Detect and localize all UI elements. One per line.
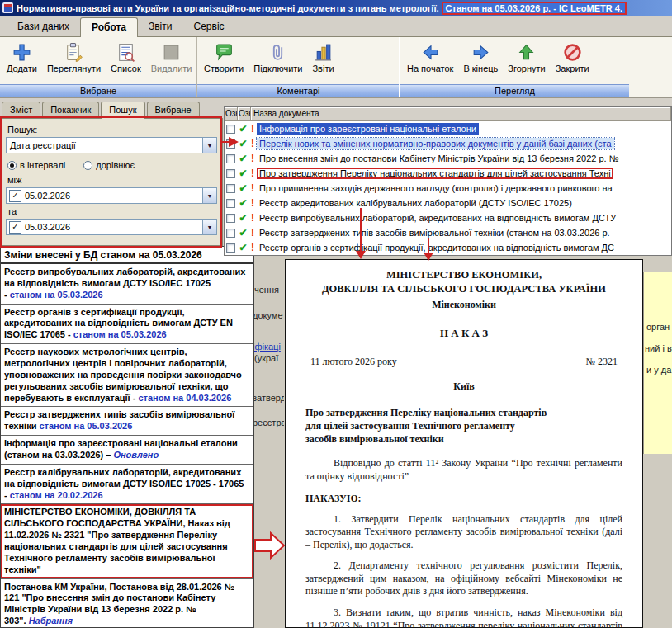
menu-tab-work[interactable]: Робота xyxy=(80,17,138,37)
search-criteria-select[interactable]: Дата реєстрації xyxy=(6,137,217,153)
toolbar-group-view: На початок В кінець Згорнути Закрити Пер… xyxy=(400,37,629,97)
list-item[interactable]: Реєстр органів з сертифікації продукції,… xyxy=(225,240,671,255)
list-item[interactable]: Перелік нових та змінених нормативно-пра… xyxy=(225,136,671,151)
background-link-fragment[interactable]: іфікаці xyxy=(253,342,284,352)
reports-button-label: Звіти xyxy=(312,64,334,73)
column-header-mark1[interactable]: Озн xyxy=(225,107,238,121)
background-text-fragment: и у да xyxy=(646,365,672,375)
ministry-short-name: Мінекономіки xyxy=(305,299,622,311)
radio-equals[interactable]: дорівнює xyxy=(83,160,135,170)
list-item[interactable]: Про внесення змін до постанови Кабінету … xyxy=(225,151,671,166)
document-preview[interactable]: МІНІСТЕРСТВО ЕКОНОМІКИ, ДОВКІЛЛЯ ТА СІЛЬ… xyxy=(285,259,643,628)
list-item[interactable]: Реєстр наукових метрологічних центрів, м… xyxy=(1,344,253,407)
list-item[interactable]: Про припинення заходів державного нагляд… xyxy=(225,181,671,196)
paragraph-1: 1. Затвердити Перелік національних станд… xyxy=(305,513,622,552)
menu-tab-reports[interactable]: Звіти xyxy=(138,17,183,36)
change-date-link[interactable]: станом на 04.03.2026 xyxy=(138,393,231,403)
document-title[interactable]: Про внесення змін до постанови Кабінету … xyxy=(257,153,621,164)
row-checkbox[interactable] xyxy=(226,243,235,253)
view-button[interactable]: Переглянути xyxy=(42,40,106,75)
title-bar[interactable]: Нормативно-правові акти України та орган… xyxy=(0,0,672,16)
change-updated-link[interactable]: Оновлено xyxy=(113,450,159,460)
tab-index[interactable]: Покажчик xyxy=(42,102,99,118)
chevron-down-icon[interactable] xyxy=(202,188,216,203)
menu-tab-databases[interactable]: Бази даних xyxy=(7,17,80,36)
tab-contents[interactable]: Зміст xyxy=(2,102,40,118)
date-from-checkbox[interactable] xyxy=(9,190,21,202)
list-item[interactable]: Про затвердження Переліку національних с… xyxy=(225,166,671,181)
radio-interval[interactable]: в інтервалі xyxy=(7,160,65,170)
document-type: Н А К А З xyxy=(305,327,622,340)
list-item[interactable]: Реєстр акредитованих калібрувальних лабо… xyxy=(225,196,671,210)
tab-search[interactable]: Пошук xyxy=(101,102,144,119)
chevron-down-icon[interactable] xyxy=(202,138,216,153)
list-button[interactable]: Список xyxy=(106,40,146,75)
row-checkbox[interactable] xyxy=(226,214,235,223)
to-end-label: В кінець xyxy=(463,64,498,73)
application-window: Нормативно-правові акти України та орган… xyxy=(0,0,672,628)
document-title[interactable]: Реєстр органів з сертифікації продукції,… xyxy=(257,242,617,253)
list-item[interactable]: Реєстр випробувальних лабораторій, акред… xyxy=(225,210,671,225)
list-item[interactable]: Реєстр випробувальних лабораторій, акред… xyxy=(1,264,253,305)
row-checkbox[interactable] xyxy=(226,199,235,208)
date-to-select[interactable]: 05.03.2026 xyxy=(6,219,217,235)
document-title[interactable]: Реєстр затверджених типів засобів вимірю… xyxy=(257,227,613,238)
list-item-highlighted[interactable]: МІНІСТЕРСТВО ЕКОНОМІКИ, ДОВКІЛЛЯ ТА СІЛЬ… xyxy=(1,504,253,578)
search-panel: Пошук: Дата реєстрації в інтервалі дорів… xyxy=(0,118,223,246)
column-header-name[interactable]: Назва документа xyxy=(251,107,671,121)
menu-tab-service[interactable]: Сервіс xyxy=(183,17,235,36)
delete-button[interactable]: Видалити xyxy=(146,40,197,75)
exclamation-icon xyxy=(248,138,257,149)
list-item[interactable]: Реєстр затверджених типів засобів вимірю… xyxy=(225,225,671,240)
date-number-row: 11 лютого 2026 року № 2321 xyxy=(305,356,622,368)
row-checkbox[interactable] xyxy=(226,125,235,134)
document-title[interactable]: Реєстр випробувальних лабораторій, акред… xyxy=(257,212,618,224)
change-text: МІНІСТЕРСТВО ЕКОНОМІКИ, ДОВКІЛЛЯ ТА СІЛЬ… xyxy=(4,507,230,574)
collapse-button[interactable]: Згорнути xyxy=(503,40,550,75)
change-effective-link[interactable]: Набрання xyxy=(29,616,73,626)
list-item[interactable]: Інформація про зареєстровані національні… xyxy=(225,121,671,136)
document-title[interactable]: Інформація про зареєстровані національні… xyxy=(257,123,479,135)
list-item[interactable]: Реєстр затверджених типів засобів вимірю… xyxy=(1,407,253,436)
date-to-checkbox[interactable] xyxy=(9,221,21,234)
arrow-left-icon xyxy=(420,42,441,63)
change-date-link[interactable]: станом на 05.03.2026 xyxy=(73,329,167,339)
toolbar-group-favorites: Додати Переглянути Список Видалити Вибра… xyxy=(0,37,196,97)
add-button[interactable]: Додати xyxy=(2,40,42,75)
document-title[interactable]: Про затвердження Переліку національних с… xyxy=(257,168,613,179)
document-title[interactable]: Перелік нових та змінених нормативно-пра… xyxy=(257,138,614,149)
change-date-link[interactable]: станом на 05.03.2026 xyxy=(10,290,103,300)
change-date-link[interactable]: станом на 05.03.2026 xyxy=(39,421,132,431)
row-checkbox[interactable] xyxy=(226,139,235,149)
row-checkbox[interactable] xyxy=(226,154,235,163)
close-button[interactable]: Закрити xyxy=(551,40,594,75)
column-header-mark2[interactable]: Озн xyxy=(238,107,251,121)
to-start-button[interactable]: На початок xyxy=(402,40,458,75)
document-title[interactable]: Реєстр акредитованих калібрувальних лабо… xyxy=(257,197,575,209)
exclamation-icon xyxy=(248,123,257,135)
menu-bar: Бази даних Робота Звіти Сервіс xyxy=(0,16,672,37)
list-item[interactable]: Реєстр органів з сертифікації продукції,… xyxy=(1,305,253,345)
to-end-button[interactable]: В кінець xyxy=(458,40,503,75)
tab-favorites[interactable]: Вибране xyxy=(147,102,200,118)
document-title[interactable]: Про припинення заходів державного нагляд… xyxy=(257,182,615,194)
change-date-link[interactable]: станом на 20.02.2026 xyxy=(10,490,103,500)
list-item[interactable]: Реєстр калібрувальних лабораторій, акред… xyxy=(1,465,253,505)
row-checkbox[interactable] xyxy=(226,229,235,238)
list-item[interactable]: Постанова КМ України, Постанова від 28.0… xyxy=(1,579,253,628)
and-label: та xyxy=(7,206,215,216)
subject-line: засобів вимірювальної техніки xyxy=(305,432,622,446)
check-icon xyxy=(238,182,248,194)
date-from-select[interactable]: 05.02.2026 xyxy=(6,187,217,204)
attach-button[interactable]: Підключити xyxy=(248,40,307,75)
chevron-down-icon[interactable] xyxy=(202,220,216,234)
background-text-fragment: ний і в xyxy=(645,343,672,353)
check-icon xyxy=(238,168,248,179)
chart-icon xyxy=(313,42,334,63)
row-checkbox[interactable] xyxy=(226,169,235,178)
list-item[interactable]: Інформація про зареєстровані національні… xyxy=(1,436,253,465)
app-icon xyxy=(2,2,13,13)
create-comment-button[interactable]: Створити xyxy=(199,40,248,75)
reports-button[interactable]: Звіти xyxy=(307,40,338,75)
row-checkbox[interactable] xyxy=(226,184,235,193)
